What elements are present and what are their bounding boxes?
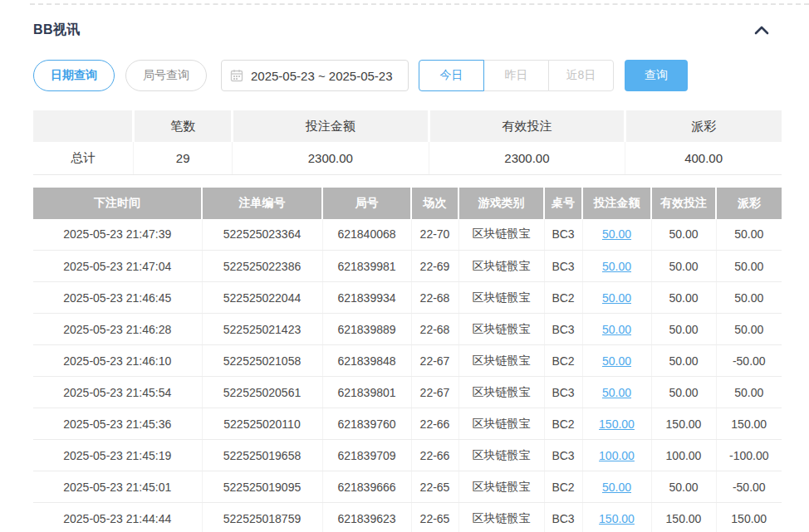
cell-order-id: 522525022386 (202, 251, 322, 282)
cell-bet-time: 2025-05-23 21:47:04 (33, 251, 202, 282)
top-dashed-divider (30, 3, 809, 5)
cell-session: 22-68 (411, 314, 458, 345)
calendar-icon (230, 69, 243, 82)
cell-valid-bet: 50.00 (651, 377, 716, 408)
col-header-bet-amount: 投注金额 (582, 188, 651, 219)
summary-header-row: 笔数投注金额有效投注派彩 (33, 110, 782, 142)
cell-table-no: BC2 (544, 408, 582, 440)
cell-valid-bet: 50.00 (651, 282, 716, 314)
cell-session: 22-65 (411, 503, 458, 532)
cell-payout: -50.00 (716, 345, 782, 377)
cell-order-id: 522525019095 (202, 471, 322, 503)
cell-bet-amount: 50.00 (582, 219, 651, 251)
summary-count: 29 (134, 142, 233, 174)
col-header-bet-time: 下注时间 (33, 188, 202, 219)
quick-btn-today[interactable]: 今日 (419, 60, 484, 91)
summary-valid-bet: 2300.00 (429, 142, 625, 174)
cell-bet-amount: 50.00 (582, 471, 651, 503)
cell-valid-bet: 50.00 (651, 314, 716, 345)
cell-bet-time: 2025-05-23 21:44:44 (33, 503, 202, 532)
bet-amount-link[interactable]: 50.00 (602, 227, 631, 241)
page-title: BB视讯 (33, 22, 81, 39)
cell-valid-bet: 50.00 (651, 471, 716, 503)
cell-valid-bet: 150.00 (651, 503, 716, 532)
cell-session: 22-68 (411, 282, 458, 314)
cell-game-type: 区块链骰宝 (458, 377, 544, 408)
cell-game-type: 区块链骰宝 (458, 503, 544, 532)
cell-payout: 50.00 (716, 377, 782, 408)
bet-amount-link[interactable]: 50.00 (602, 323, 631, 336)
query-toolbar: 日期查询 局号查询 2025-05-23 ~ 2025-05-23 今日 (33, 60, 782, 91)
cell-round-id: 621839981 (322, 251, 411, 282)
tab-date-query[interactable]: 日期查询 (33, 60, 115, 91)
collapse-section-button[interactable] (751, 19, 772, 41)
quick-date-group: 今日 昨日 近8日 (419, 60, 614, 91)
cell-table-no: BC2 (544, 471, 582, 503)
cell-payout: -100.00 (716, 440, 782, 471)
cell-round-id: 621839934 (322, 282, 411, 314)
col-header-round-id: 局号 (322, 188, 411, 219)
cell-valid-bet: 50.00 (651, 251, 716, 282)
summary-total-label: 总计 (33, 142, 134, 174)
cell-valid-bet: 50.00 (651, 345, 716, 377)
cell-payout: 150.00 (716, 408, 782, 440)
cell-session: 22-67 (411, 345, 458, 377)
cell-session: 22-65 (411, 471, 458, 503)
bet-amount-link[interactable]: 50.00 (602, 386, 631, 399)
cell-order-id: 522525022044 (202, 282, 322, 314)
summary-total-row: 总计 29 2300.00 2300.00 400.00 (33, 142, 782, 174)
tab-round-query[interactable]: 局号查询 (125, 60, 207, 91)
bet-amount-link[interactable]: 100.00 (599, 449, 635, 462)
bet-amount-link[interactable]: 50.00 (602, 291, 631, 305)
summary-header-0 (33, 110, 134, 142)
cell-bet-time: 2025-05-23 21:45:01 (33, 471, 202, 503)
cell-valid-bet: 100.00 (651, 440, 716, 471)
col-header-valid-bet: 有效投注 (651, 188, 716, 219)
summary-header-2: 投注金额 (233, 110, 429, 142)
cell-game-type: 区块链骰宝 (458, 408, 544, 440)
cell-bet-amount: 50.00 (582, 314, 651, 345)
cell-round-id: 621839709 (322, 440, 411, 471)
table-row: 2025-05-23 21:44:44522525018759621839623… (33, 503, 782, 532)
cell-bet-time: 2025-05-23 21:46:10 (33, 345, 202, 377)
cell-session: 22-70 (411, 219, 458, 251)
section-header: BB视讯 (33, 19, 782, 41)
cell-bet-time: 2025-05-23 21:45:36 (33, 408, 202, 440)
date-range-picker[interactable]: 2025-05-23 ~ 2025-05-23 (221, 60, 409, 91)
cell-round-id: 621840068 (322, 219, 411, 251)
bet-amount-link[interactable]: 150.00 (599, 512, 635, 525)
cell-round-id: 621839760 (322, 408, 411, 440)
cell-table-no: BC3 (544, 219, 582, 251)
search-button[interactable]: 查询 (625, 60, 688, 91)
cell-order-id: 522525023364 (202, 219, 322, 251)
cell-order-id: 522525020110 (202, 408, 322, 440)
cell-payout: -50.00 (716, 471, 782, 503)
bet-amount-link[interactable]: 50.00 (602, 481, 631, 494)
date-range-value: 2025-05-23 ~ 2025-05-23 (251, 69, 393, 83)
cell-bet-amount: 50.00 (582, 251, 651, 282)
quick-btn-yesterday[interactable]: 昨日 (483, 60, 549, 91)
table-row: 2025-05-23 21:47:04522525022386621839981… (33, 251, 782, 282)
cell-bet-time: 2025-05-23 21:45:54 (33, 377, 202, 408)
bet-amount-link[interactable]: 50.00 (602, 354, 631, 368)
chevron-up-icon (754, 25, 769, 35)
cell-session: 22-66 (411, 440, 458, 471)
table-row: 2025-05-23 21:45:01522525019095621839666… (33, 471, 782, 503)
cell-table-no: BC3 (544, 251, 582, 282)
cell-bet-time: 2025-05-23 21:46:45 (33, 282, 202, 314)
cell-table-no: BC3 (544, 314, 582, 345)
bet-amount-link[interactable]: 150.00 (599, 417, 635, 431)
cell-game-type: 区块链骰宝 (458, 282, 544, 314)
quick-btn-last8days[interactable]: 近8日 (548, 60, 614, 91)
cell-session: 22-67 (411, 377, 458, 408)
cell-table-no: BC3 (544, 377, 582, 408)
cell-session: 22-66 (411, 408, 458, 440)
summary-header-3: 有效投注 (429, 110, 625, 142)
cell-round-id: 621839801 (322, 377, 411, 408)
cell-order-id: 522525018759 (202, 503, 322, 532)
bet-amount-link[interactable]: 50.00 (602, 260, 631, 273)
cell-round-id: 621839666 (322, 471, 411, 503)
cell-bet-time: 2025-05-23 21:45:19 (33, 440, 202, 471)
cell-round-id: 621839623 (322, 503, 411, 532)
table-row: 2025-05-23 21:45:19522525019658621839709… (33, 440, 782, 471)
